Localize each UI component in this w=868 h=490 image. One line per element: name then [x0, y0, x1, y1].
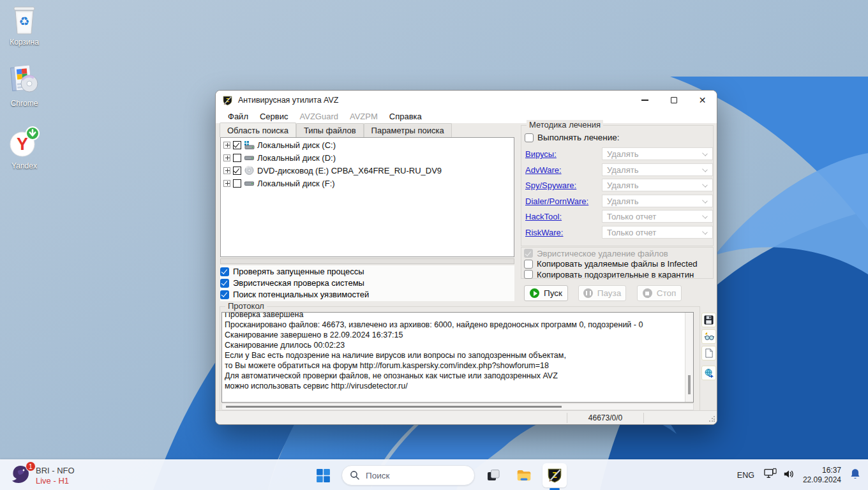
- script-web-button[interactable]: [701, 366, 716, 380]
- checkbox-label: Эвристическое удаление файлов: [537, 249, 668, 258]
- combo-value: Только отчет: [607, 228, 656, 237]
- log-line: Сканирование длилось 00:02:23: [225, 340, 684, 350]
- file-explorer-button[interactable]: [512, 463, 536, 487]
- windows-start-icon: [315, 468, 331, 484]
- menu-file[interactable]: Файл: [222, 110, 254, 122]
- tree-checkbox-checked[interactable]: [233, 141, 241, 149]
- tree-checkbox-unchecked[interactable]: [233, 179, 241, 188]
- tab-strip: Область поиска Типы файлов Параметры пои…: [220, 123, 452, 137]
- tree-checkbox-checked[interactable]: [233, 167, 241, 175]
- taskbar: 1 BRI - NFO Live - H1: [0, 459, 868, 490]
- system-drive-icon: [244, 140, 255, 150]
- checkbox-label: Эвристическая проверка системы: [233, 278, 364, 288]
- checkbox-unchecked-icon[interactable]: [525, 133, 534, 142]
- checkbox-checked-icon[interactable]: [220, 290, 229, 299]
- window-titlebar[interactable]: Z Антивирусная утилита AVZ ✕: [216, 91, 717, 110]
- menu-help[interactable]: Справка: [384, 110, 428, 122]
- task-view-button[interactable]: [481, 463, 505, 487]
- desktop-icon-label: Корзина: [0, 38, 49, 47]
- menu-service[interactable]: Сервис: [254, 110, 294, 122]
- desktop-icon-recycle-bin[interactable]: ♻ Корзина: [0, 4, 49, 47]
- treatment-group: Методика лечения Выполнять лечение: Виру…: [521, 125, 714, 246]
- checkbox-check-processes[interactable]: Проверять запущенные процессы: [220, 266, 514, 277]
- tree-row-dvd-e[interactable]: DVD-дисковод (E:) CPBA_X64FRE_RU-RU_DV9: [223, 165, 514, 176]
- tab-search-area[interactable]: Область поиска: [220, 122, 296, 137]
- avz-shield-icon: Z: [546, 467, 563, 484]
- start-button-taskbar[interactable]: [311, 463, 335, 487]
- spyware-link[interactable]: Spy/Spyware:: [525, 181, 576, 190]
- clock[interactable]: 16:37 22.09.2024: [800, 466, 844, 485]
- analyze-log-button[interactable]: [701, 329, 716, 344]
- checkbox-unchecked-icon[interactable]: [524, 260, 533, 269]
- viruses-action-select: Удалять: [602, 147, 713, 160]
- vertical-scrollbar-thumb[interactable]: [688, 375, 691, 394]
- riskware-action-select: Только отчет: [602, 226, 713, 239]
- volume-button[interactable]: [782, 468, 795, 482]
- tree-label: Локальный диск (D:): [257, 153, 336, 163]
- chevron-down-icon: [702, 182, 708, 188]
- checkbox-checked-icon[interactable]: [220, 279, 229, 288]
- tree-row-drive-d[interactable]: Локальный диск (D:): [223, 152, 514, 163]
- expand-icon[interactable]: [223, 180, 230, 187]
- checkbox-checked-icon[interactable]: [220, 267, 229, 276]
- window-title: Антивирусная утилита AVZ: [238, 96, 338, 105]
- riskware-link[interactable]: RiskWare:: [525, 228, 563, 237]
- play-icon: [530, 288, 539, 298]
- protocol-log-text: Проверка завершена Просканировано файлов…: [225, 312, 684, 391]
- expand-icon[interactable]: [223, 154, 230, 161]
- network-button[interactable]: [763, 468, 777, 483]
- avz-taskbar-button[interactable]: Z: [542, 463, 567, 487]
- desktop-icon-yandex[interactable]: Y Yandex: [0, 125, 49, 170]
- viruses-link[interactable]: Вирусы:: [525, 149, 557, 159]
- resize-grip[interactable]: [708, 416, 715, 422]
- advware-link[interactable]: AdvWare:: [525, 165, 562, 175]
- maximize-button[interactable]: [659, 91, 688, 110]
- tree-row-drive-c[interactable]: Локальный диск (C:): [223, 139, 514, 151]
- svg-text:♻: ♻: [19, 14, 29, 28]
- scan-progress-bar: [220, 258, 514, 264]
- taskbar-search[interactable]: Поиск: [341, 465, 475, 486]
- checkbox-unchecked-icon[interactable]: [524, 270, 533, 279]
- scan-counter: 46673/0/0: [567, 413, 643, 422]
- expand-icon[interactable]: [223, 167, 230, 174]
- language-indicator[interactable]: ENG: [733, 471, 758, 480]
- checkbox-copy-to-quarantine[interactable]: Копировать подозрительные в карантин: [524, 270, 713, 279]
- horizontal-scrollbar[interactable]: [221, 403, 694, 410]
- checkbox-label: Проверять запущенные процессы: [233, 267, 364, 276]
- notification-center-button[interactable]: [849, 468, 862, 483]
- tab-search-params[interactable]: Параметры поиска: [364, 123, 452, 137]
- hacktool-link[interactable]: HackTool:: [525, 212, 562, 221]
- ethernet-network-icon: [763, 468, 777, 480]
- start-button[interactable]: Пуск: [524, 285, 568, 301]
- save-log-button[interactable]: [701, 313, 716, 327]
- combo-value: Удалять: [607, 149, 638, 159]
- glasses-sparkle-icon: [704, 332, 714, 341]
- chevron-down-icon: [702, 151, 708, 156]
- desktop-icon-chrome-installer[interactable]: Chrome: [0, 63, 49, 108]
- log-line: то Вы можете обратиться на форум http://…: [225, 360, 684, 371]
- checkbox-vulnerability-search[interactable]: Поиск потенциальных уязвимостей: [220, 289, 514, 300]
- close-button[interactable]: ✕: [688, 91, 717, 110]
- clear-log-button[interactable]: [701, 346, 716, 360]
- minimize-button[interactable]: [631, 91, 659, 110]
- checkbox-perform-treatment[interactable]: Выполнять лечение:: [525, 133, 620, 142]
- bell-icon: [849, 468, 862, 480]
- horizontal-scrollbar-thumb[interactable]: [226, 406, 562, 408]
- checkbox-copy-to-infected[interactable]: Копировать удаляемые файлы в Infected: [524, 259, 713, 269]
- drive-icon: [244, 152, 255, 163]
- installer-box-cd-icon: [8, 63, 40, 97]
- tree-row-drive-f[interactable]: Локальный диск (F:): [223, 177, 514, 189]
- checkbox-label: Копировать удаляемые файлы в Infected: [537, 259, 698, 269]
- notification-badge: 1: [26, 461, 36, 471]
- vertical-scrollbar[interactable]: [685, 313, 693, 402]
- protocol-log[interactable]: Проверка завершена Просканировано файлов…: [221, 312, 694, 403]
- widgets-button[interactable]: 1 BRI - NFO Live - H1: [9, 463, 75, 489]
- blank-document-icon: [705, 348, 714, 358]
- checkbox-heuristic-check[interactable]: Эвристическая проверка системы: [220, 278, 514, 288]
- tab-file-types[interactable]: Типы файлов: [296, 123, 364, 137]
- search-area-tree[interactable]: Локальный диск (C:) Локальный диск (D:): [220, 137, 514, 257]
- speaker-icon: [782, 468, 795, 480]
- dialer-link[interactable]: Dialer/PornWare:: [525, 197, 588, 206]
- tree-checkbox-unchecked[interactable]: [233, 154, 241, 162]
- expand-icon[interactable]: [223, 142, 230, 149]
